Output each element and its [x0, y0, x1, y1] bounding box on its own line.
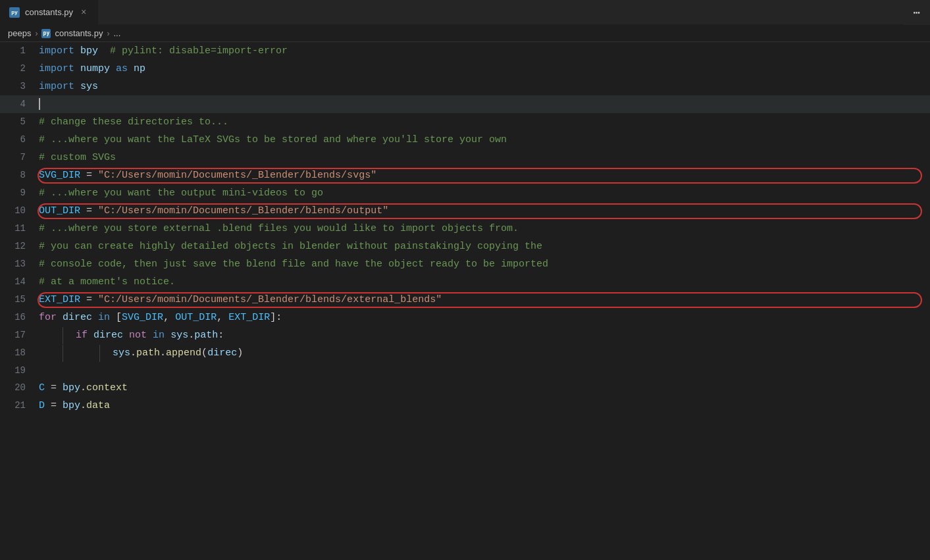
breadcrumb: peeps › py constants.py › ...	[0, 25, 930, 42]
line-content-14: # at a moment's notice.	[36, 274, 930, 291]
line-num-8: 8	[0, 166, 36, 184]
code-line-19: 19	[0, 362, 930, 379]
breadcrumb-python-icon: py	[41, 29, 51, 38]
line-num-10: 10	[0, 202, 36, 219]
breadcrumb-filename: constants.py	[55, 28, 103, 38]
code-line-8: 8 SVG_DIR = "C:/Users/momin/Documents/_B…	[0, 166, 930, 184]
indent-bar-18a: sys.path.append(direc)	[63, 345, 243, 362]
line-content-18: sys.path.append(direc)	[36, 345, 930, 362]
line-num-20: 20	[0, 379, 36, 396]
code-line-6: 6 # ...where you want the LaTeX SVGs to …	[0, 131, 930, 149]
breadcrumb-peeps: peeps	[8, 28, 31, 38]
line-content-6: # ...where you want the LaTeX SVGs to be…	[36, 132, 930, 149]
code-line-21: 21 D = bpy.data	[0, 397, 930, 415]
code-line-16: 16 for direc in [SVG_DIR, OUT_DIR, EXT_D…	[0, 309, 930, 326]
indent-bar-17: if direc not in sys.path:	[63, 327, 224, 344]
line-content-2: import numpy as np	[36, 61, 930, 78]
code-line-18: 18 sys.path.append(direc)	[0, 344, 930, 362]
line-num-14: 14	[0, 273, 36, 290]
line-content-11: # ...where you store external .blend fil…	[36, 220, 930, 238]
code-line-2: 2 import numpy as np	[0, 60, 930, 78]
ellipsis-icon: ⋯	[914, 5, 921, 20]
line-num-2: 2	[0, 60, 36, 77]
line-num-3: 3	[0, 78, 36, 95]
code-line-14: 14 # at a moment's notice.	[0, 273, 930, 291]
code-line-17: 17 if direc not in sys.path:	[0, 326, 930, 344]
code-line-13: 13 # console code, then just save the bl…	[0, 255, 930, 273]
line-content-3: import sys	[36, 78, 930, 95]
line-content-13: # console code, then just save the blend…	[36, 256, 930, 273]
line-num-11: 11	[0, 220, 36, 237]
line-content-8: SVG_DIR = "C:/Users/momin/Documents/_Ble…	[36, 167, 930, 184]
code-editor[interactable]: 1 import bpy # pylint: disable=import-er…	[0, 42, 930, 415]
line-content-21: D = bpy.data	[36, 397, 930, 415]
python-file-icon: py	[9, 7, 20, 18]
breadcrumb-ellipsis: ...	[113, 28, 120, 38]
line-num-7: 7	[0, 149, 36, 166]
line-num-21: 21	[0, 397, 36, 414]
code-line-15: 15 EXT_DIR = "C:/Users/momin/Documents/_…	[0, 291, 930, 309]
line-num-12: 12	[0, 238, 36, 255]
line-content-10: OUT_DIR = "C:/Users/momin/Documents/_Ble…	[36, 203, 930, 220]
breadcrumb-sep-2: ›	[107, 29, 109, 38]
line-num-17: 17	[0, 326, 36, 344]
line-num-16: 16	[0, 309, 36, 326]
line-content-20: C = bpy.context	[36, 380, 930, 397]
code-line-9: 9 # ...where you want the output mini-vi…	[0, 184, 930, 202]
code-line-3: 3 import sys	[0, 78, 930, 95]
line-content-12: # you can create highly detailed objects…	[36, 238, 930, 255]
code-line-12: 12 # you can create highly detailed obje…	[0, 238, 930, 255]
line-content-16: for direc in [SVG_DIR, OUT_DIR, EXT_DIR]…	[36, 309, 930, 326]
code-line-5: 5 # change these directories to...	[0, 113, 930, 131]
line-num-6: 6	[0, 131, 36, 148]
line-num-18: 18	[0, 344, 36, 361]
line-num-9: 9	[0, 184, 36, 201]
code-line-20: 20 C = bpy.context	[0, 379, 930, 397]
code-line-11: 11 # ...where you store external .blend …	[0, 220, 930, 238]
line-content-7: # custom SVGs	[36, 149, 930, 166]
line-num-19: 19	[0, 362, 36, 379]
line-num-5: 5	[0, 113, 36, 130]
code-line-4: 4	[0, 95, 930, 113]
line-content-5: # change these directories to...	[36, 114, 930, 131]
tab-label: constants.py	[25, 7, 73, 17]
line-content-9: # ...where you want the output mini-vide…	[36, 185, 930, 202]
line-content-15: EXT_DIR = "C:/Users/momin/Documents/_Ble…	[36, 292, 930, 309]
line-num-1: 1	[0, 42, 36, 59]
line-content-1: import bpy # pylint: disable=import-erro…	[36, 43, 930, 60]
code-line-1: 1 import bpy # pylint: disable=import-er…	[0, 42, 930, 60]
code-line-10: 10 OUT_DIR = "C:/Users/momin/Documents/_…	[0, 202, 930, 220]
line-num-13: 13	[0, 255, 36, 272]
indent-bar-18b: sys.path.append(direc)	[99, 345, 243, 362]
top-right-area: ⋯	[904, 0, 930, 25]
line-num-4: 4	[0, 95, 36, 113]
line-content-17: if direc not in sys.path:	[36, 327, 930, 344]
breadcrumb-sep-1: ›	[35, 29, 38, 38]
code-line-7: 7 # custom SVGs	[0, 149, 930, 166]
tab-bar: py constants.py × ⋯	[0, 0, 930, 25]
tab-constants-py[interactable]: py constants.py ×	[0, 0, 99, 24]
line-num-15: 15	[0, 291, 36, 308]
line-content-4	[36, 96, 930, 113]
tab-close-button[interactable]: ×	[81, 8, 86, 17]
